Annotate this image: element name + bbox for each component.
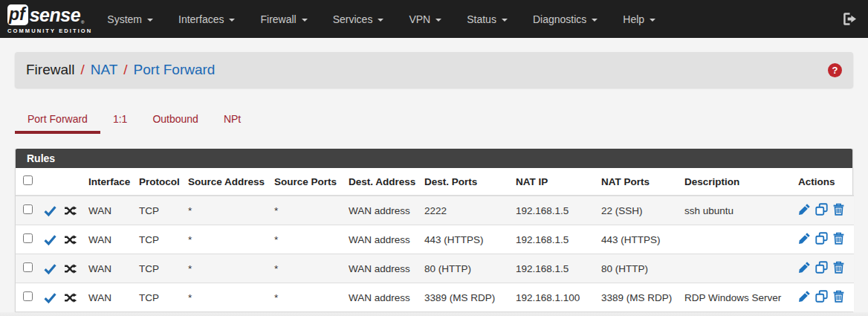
rule-enabled-check-icon[interactable]: [44, 204, 56, 217]
cell-protocol: TCP: [132, 254, 181, 283]
nav-item-interfaces[interactable]: Interfaces: [166, 0, 247, 38]
row-select-checkbox[interactable]: [23, 291, 33, 301]
trash-icon: [832, 261, 845, 274]
copy-rule-button[interactable]: [815, 261, 828, 274]
pencil-icon: [798, 203, 811, 216]
trash-icon: [832, 203, 845, 216]
cell-source-address: *: [181, 225, 267, 254]
breadcrumb-link-nat[interactable]: NAT: [91, 62, 118, 78]
table-row: WAN TCP * * WAN address 3389 (MS RDP) 19…: [16, 283, 854, 312]
cell-source-ports: *: [267, 225, 341, 254]
delete-rule-button[interactable]: [832, 261, 845, 274]
linked-filter-rule-shuffle-icon[interactable]: [64, 262, 77, 275]
edit-rule-button[interactable]: [798, 290, 811, 303]
rule-enabled-check-icon[interactable]: [44, 291, 56, 304]
header-description: Description: [677, 168, 791, 196]
rule-enabled-check-icon[interactable]: [44, 262, 56, 275]
header-interface: Interface: [81, 168, 132, 196]
nat-tabs: Port Forward 1:1 Outbound NPt: [15, 106, 853, 134]
breadcrumb-link-port-forward[interactable]: Port Forward: [134, 62, 216, 78]
clone-icon: [815, 290, 828, 303]
cell-protocol: TCP: [132, 225, 181, 254]
cell-nat-ports: 80 (HTTP): [594, 254, 677, 283]
header-nat-ip: NAT IP: [508, 168, 594, 196]
cell-nat-ip: 192.168.1.5: [508, 225, 594, 254]
cell-dest-address: WAN address: [341, 225, 417, 254]
nav-item-status[interactable]: Status: [454, 0, 520, 38]
linked-filter-rule-shuffle-icon[interactable]: [64, 233, 77, 246]
sign-out-icon: [843, 12, 857, 26]
clone-icon: [815, 232, 828, 245]
table-header-row: Interface Protocol Source Address Source…: [16, 168, 854, 196]
delete-rule-button[interactable]: [832, 290, 845, 303]
cell-dest-address: WAN address: [341, 196, 417, 225]
clone-icon: [815, 203, 828, 216]
linked-filter-rule-shuffle-icon[interactable]: [64, 204, 77, 217]
cell-source-address: *: [181, 196, 267, 225]
copy-rule-button[interactable]: [815, 290, 828, 303]
logo-pf-box: pf: [7, 4, 28, 25]
cell-nat-ports: 22 (SSH): [594, 196, 677, 225]
chevron-down-icon: [302, 19, 308, 22]
nav-item-firewall[interactable]: Firewall: [247, 0, 320, 38]
chevron-down-icon: [650, 19, 655, 22]
rules-table: Interface Protocol Source Address Source…: [16, 168, 854, 312]
logout-button[interactable]: [843, 12, 857, 26]
nav-item-help[interactable]: Help: [610, 0, 668, 38]
tab-port-forward[interactable]: Port Forward: [15, 106, 100, 134]
nav-item-system[interactable]: System: [94, 0, 166, 38]
delete-rule-button[interactable]: [832, 232, 845, 245]
tab-outbound[interactable]: Outbound: [140, 106, 211, 134]
rule-enabled-check-icon[interactable]: [44, 233, 56, 246]
pencil-icon: [798, 232, 811, 245]
cell-nat-ip: 192.168.1.5: [508, 254, 594, 283]
pencil-icon: [798, 261, 811, 274]
linked-filter-rule-shuffle-icon[interactable]: [64, 291, 77, 304]
tab-1-1[interactable]: 1:1: [100, 106, 140, 134]
chevron-down-icon: [378, 19, 383, 22]
breadcrumb-separator: /: [74, 62, 90, 78]
cell-source-ports: *: [267, 254, 341, 283]
header-actions: Actions: [791, 168, 854, 196]
cell-description: ssh ubuntu: [677, 196, 791, 225]
tab-npt[interactable]: NPt: [211, 106, 253, 134]
pfsense-logo[interactable]: pf sense ® COMMUNITY EDITION: [7, 4, 92, 34]
nav-item-diagnostics[interactable]: Diagnostics: [520, 0, 610, 38]
top-navbar: pf sense ® COMMUNITY EDITION System Inte…: [0, 0, 868, 38]
chevron-down-icon: [502, 19, 508, 22]
header-state-icons: [36, 168, 81, 196]
breadcrumb-separator: /: [117, 62, 133, 78]
edit-rule-button[interactable]: [798, 261, 811, 274]
help-icon[interactable]: ?: [828, 63, 842, 77]
copy-rule-button[interactable]: [815, 232, 828, 245]
table-row: WAN TCP * * WAN address 80 (HTTP) 192.16…: [16, 254, 854, 283]
nav-menu: System Interfaces Firewall Services VPN …: [94, 0, 843, 38]
cell-description: RDP Windows Server: [677, 283, 791, 312]
row-select-checkbox[interactable]: [23, 204, 33, 214]
row-select-checkbox[interactable]: [23, 262, 33, 272]
cell-source-address: *: [181, 283, 267, 312]
table-row: WAN TCP * * WAN address 2222 192.168.1.5…: [16, 196, 854, 225]
row-select-checkbox[interactable]: [23, 233, 33, 243]
select-all-checkbox[interactable]: [23, 175, 33, 185]
chevron-down-icon: [592, 19, 597, 22]
cell-dest-ports: 443 (HTTPS): [417, 225, 508, 254]
edit-rule-button[interactable]: [798, 203, 811, 216]
cell-interface: WAN: [81, 225, 132, 254]
cell-dest-address: WAN address: [341, 254, 417, 283]
panel-title: Rules: [16, 149, 852, 168]
cell-nat-ip: 192.168.1.100: [508, 283, 594, 312]
clone-icon: [815, 261, 828, 274]
nav-item-vpn[interactable]: VPN: [396, 0, 454, 38]
cell-dest-ports: 2222: [417, 196, 508, 225]
trash-icon: [832, 232, 845, 245]
chevron-down-icon: [229, 19, 235, 22]
delete-rule-button[interactable]: [832, 203, 845, 216]
nav-item-services[interactable]: Services: [320, 0, 397, 38]
cell-nat-ip: 192.168.1.5: [508, 196, 594, 225]
cell-source-address: *: [181, 254, 267, 283]
edit-rule-button[interactable]: [798, 232, 811, 245]
copy-rule-button[interactable]: [815, 203, 828, 216]
cell-protocol: TCP: [132, 283, 181, 312]
pencil-icon: [798, 290, 811, 303]
